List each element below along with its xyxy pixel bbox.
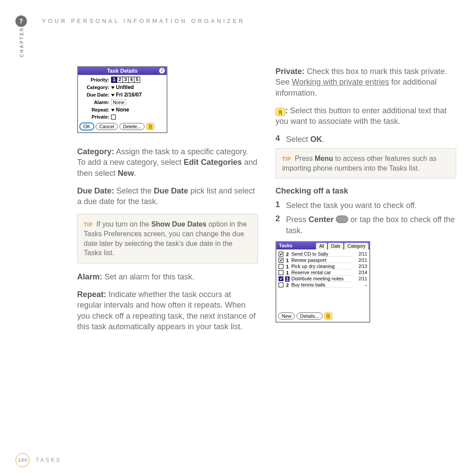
task-checkbox[interactable] <box>279 283 283 287</box>
priority-3[interactable]: 3 <box>123 77 129 83</box>
tab-date[interactable]: Date <box>328 243 343 249</box>
private-label: Private: <box>81 114 109 119</box>
step-4: 4 Select OK. <box>275 134 456 145</box>
repeat-label: Repeat: <box>81 107 109 112</box>
paragraph-note-button: : Select this button to enter additional… <box>275 105 456 127</box>
priority-1[interactable]: 1 <box>111 77 117 83</box>
task-name: Renew passport <box>291 257 352 263</box>
note-icon-inline <box>275 108 285 116</box>
tip-label: TIP <box>84 222 93 228</box>
step-1: 1 Select the task you want to check off. <box>275 200 456 211</box>
tasks-list-title: Tasks <box>276 242 295 249</box>
priority-2[interactable]: 2 <box>117 77 123 83</box>
heading-checking-off: Checking off a task <box>275 186 456 196</box>
dropdown-icon <box>111 109 115 112</box>
task-row[interactable]: 1Renew passport2/11 <box>279 257 367 263</box>
priority-label: Priority: <box>81 77 109 82</box>
paragraph-private: Private: Check this box to mark this tas… <box>275 66 456 98</box>
task-details-titlebar: Task Details i <box>78 67 167 75</box>
task-row[interactable]: 2Send CD to Sally2/11 <box>279 251 367 257</box>
task-date: 2/11 <box>354 252 367 257</box>
tasks-list-screenshot: Tasks All Date Category 2Send CD to Sall… <box>275 241 370 323</box>
task-checkbox[interactable] <box>279 258 283 263</box>
task-priority: 1 <box>285 276 290 282</box>
task-priority: 2 <box>285 283 290 288</box>
cancel-button[interactable]: Cancel <box>96 123 118 130</box>
note-icon <box>279 110 283 115</box>
center-button-icon <box>336 216 348 223</box>
repeat-dropdown[interactable]: None <box>111 107 129 113</box>
due-date-label: Due Date: <box>81 92 109 97</box>
task-priority: 1 <box>285 264 290 269</box>
task-date: 2/11 <box>354 276 367 281</box>
tab-all[interactable]: All <box>316 243 327 249</box>
link-private-entries[interactable]: Working with private entries <box>292 78 389 86</box>
page-number: 144 <box>15 453 30 467</box>
paragraph-category: Category: Assign the task to a specific … <box>77 146 258 178</box>
ok-button[interactable]: OK <box>80 123 94 130</box>
step-2: 2 Press Center or tap the box to check o… <box>275 214 456 236</box>
note-icon-button[interactable] <box>324 312 332 320</box>
task-date: 2/13 <box>354 264 367 269</box>
task-checkbox[interactable] <box>279 270 283 275</box>
priority-5[interactable]: 5 <box>134 77 140 83</box>
alarm-value[interactable]: None <box>111 99 126 105</box>
task-name: Reserve rental car <box>291 270 352 275</box>
paragraph-repeat: Repeat: Indicate whether the task occurs… <box>77 289 258 332</box>
details-button[interactable]: Details... <box>297 312 323 320</box>
task-priority: 2 <box>285 252 290 257</box>
note-icon <box>149 124 152 129</box>
task-row[interactable]: 2Buy tennis balls– <box>279 282 367 288</box>
tip-box-due-dates: TIP If you turn on the Show Due Dates op… <box>77 214 258 263</box>
task-priority: 1 <box>285 270 290 275</box>
priority-4[interactable]: 4 <box>128 77 134 83</box>
category-dropdown[interactable]: Unfiled <box>111 84 134 90</box>
running-header: YOUR PERSONAL INFORMATION ORGANIZER <box>42 18 245 24</box>
chapter-vertical-label: CHAPTER <box>19 27 24 57</box>
alarm-label: Alarm: <box>81 100 109 105</box>
new-button[interactable]: New <box>278 312 295 320</box>
private-checkbox[interactable] <box>111 115 116 119</box>
task-date: – <box>354 283 367 287</box>
note-icon-button[interactable] <box>146 123 154 130</box>
priority-selector[interactable]: 1 2 3 4 5 <box>111 77 140 83</box>
task-date: 2/14 <box>354 270 367 275</box>
task-row[interactable]: 1Distribute meeting notes2/11 <box>279 276 367 282</box>
delete-button[interactable]: Delete... <box>119 123 145 130</box>
task-date: 2/11 <box>354 258 367 263</box>
task-checkbox[interactable] <box>279 252 283 257</box>
footer-section-title: TASKS <box>36 457 61 463</box>
note-icon <box>326 314 330 319</box>
task-name: Distribute meeting notes <box>291 276 352 282</box>
category-label: Category: <box>81 85 109 90</box>
task-checkbox[interactable] <box>279 264 283 269</box>
task-name: Send CD to Sally <box>291 251 352 257</box>
task-priority: 1 <box>285 258 290 263</box>
paragraph-alarm: Alarm: Set an alarm for this task. <box>77 271 258 282</box>
due-date-dropdown[interactable]: Fri 2/16/07 <box>111 92 142 98</box>
task-checkbox[interactable] <box>279 276 283 281</box>
info-icon[interactable]: i <box>159 68 165 74</box>
task-details-title: Task Details <box>107 68 138 74</box>
tab-category[interactable]: Category <box>344 243 368 249</box>
task-row[interactable]: 1Pick up dry cleaning2/13 <box>279 264 367 269</box>
chapter-number-badge: 7 <box>15 15 27 27</box>
dropdown-icon <box>111 94 115 97</box>
tip-label: TIP <box>282 156 291 162</box>
task-row[interactable]: 1Reserve rental car2/14 <box>279 270 367 275</box>
dropdown-icon <box>111 86 115 89</box>
task-details-screenshot: Task Details i Priority: 1 2 3 4 5 <box>77 66 167 133</box>
task-name: Pick up dry cleaning <box>291 264 352 269</box>
paragraph-due-date: Due Date: Select the Due Date pick list … <box>77 186 258 207</box>
tip-box-menu: TIP Press Menu to access other features … <box>275 148 456 178</box>
task-name: Buy tennis balls <box>291 282 352 288</box>
